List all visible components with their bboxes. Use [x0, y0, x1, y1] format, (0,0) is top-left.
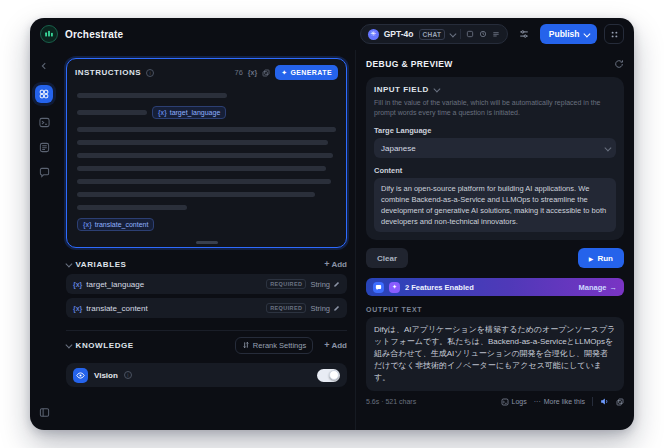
apps-icon [610, 30, 619, 39]
model-provider-icon: ✳ [368, 29, 379, 40]
chevron-down-icon [604, 144, 610, 150]
restart-icon[interactable] [614, 59, 624, 69]
variable-type[interactable]: String [310, 280, 340, 289]
run-button[interactable]: ▶ Run [578, 248, 624, 268]
content-textarea[interactable]: Dify is an open-source platform for buil… [374, 178, 616, 232]
grid-icon [39, 89, 49, 99]
add-label: Add [331, 260, 347, 269]
required-badge: REQUIRED [266, 303, 306, 313]
manage-label: Manage [579, 283, 607, 292]
copy-icon[interactable] [262, 69, 270, 77]
target-language-select[interactable]: Japanese [374, 138, 616, 158]
back-arrow-icon[interactable] [36, 58, 52, 74]
chevron-down-icon [434, 86, 440, 92]
sliders-icon[interactable] [515, 25, 533, 43]
actions-row: Clear ▶ Run [366, 248, 624, 268]
logs-icon [39, 142, 50, 153]
model-mode-badge: CHAT [419, 29, 446, 40]
vision-icon [73, 368, 88, 383]
variable-chip-translate-content[interactable]: {x} translate_content [77, 218, 154, 231]
variable-type[interactable]: String [310, 304, 340, 313]
add-variable-button[interactable]: + Add [324, 260, 347, 269]
toggle-knob [329, 370, 339, 380]
prompt-skeleton-line [77, 127, 336, 132]
chevron-down-icon [450, 30, 456, 36]
arrow-right-icon: → [610, 283, 618, 292]
nav-orchestrate[interactable] [35, 85, 53, 103]
output-stats: 5.6s · 521 chars [366, 398, 416, 405]
clear-button[interactable]: Clear [366, 248, 408, 268]
vision-toggle[interactable] [317, 369, 340, 382]
content-field-label: Content [374, 166, 616, 175]
debug-panel: DEBUG & PREVIEW INPUT FIELD Fill in the … [356, 50, 634, 430]
info-icon: i [146, 69, 154, 77]
apps-menu-button[interactable] [604, 24, 624, 44]
chat-bubble-icon [375, 284, 382, 291]
variable-icon[interactable]: {x} [248, 69, 257, 76]
variable-chip-label: translate_content [95, 221, 149, 228]
debug-title: DEBUG & PREVIEW [366, 59, 453, 69]
rerank-settings-button[interactable]: Rerank Settings [235, 337, 313, 354]
vision-label: Vision [94, 371, 118, 380]
chat-bubble-icon [39, 167, 50, 178]
input-field-description: Fill in the value of the variable, which… [374, 98, 616, 118]
nav-logs[interactable] [36, 139, 52, 155]
features-enabled-bar: ✦ 2 Features Enabled Manage → [366, 278, 624, 296]
copy-icon[interactable] [616, 398, 624, 406]
pill-mini-icon[interactable] [479, 30, 487, 38]
logs-button[interactable]: Logs [501, 398, 527, 406]
prompt-content[interactable]: {x} target_language {x} translate [67, 82, 346, 247]
prompt-skeleton-line [77, 93, 227, 98]
prompt-skeleton-line [77, 179, 331, 184]
variable-icon: {x} [158, 109, 167, 116]
pill-mini-icon[interactable] [492, 30, 500, 38]
knowledge-title: KNOWLEDGE [76, 341, 134, 350]
publish-button[interactable]: Publish [540, 24, 597, 44]
instructions-header: INSTRUCTIONS i 76 {x} ✦ GENERATE [67, 59, 346, 82]
rerank-arrows-icon [242, 341, 250, 349]
input-field-title: INPUT FIELD [374, 85, 429, 94]
vision-feature-row: Vision i [66, 363, 347, 387]
terminal-icon [39, 117, 50, 128]
input-field-header[interactable]: INPUT FIELD [374, 85, 616, 94]
nav-api-terminal[interactable] [36, 114, 52, 130]
pill-mini-icon[interactable] [466, 30, 474, 38]
knowledge-section: KNOWLEDGE Rerank Settings + Add [66, 330, 347, 355]
variable-chip-target-language[interactable]: {x} target_language [152, 106, 226, 119]
resize-handle[interactable] [196, 241, 218, 244]
instructions-title: INSTRUCTIONS [75, 68, 141, 77]
generate-label: GENERATE [290, 69, 332, 76]
ellipsis-icon: ··· [534, 398, 541, 405]
plus-icon: + [324, 260, 329, 269]
more-like-this-button[interactable]: ··· More like this [534, 398, 585, 405]
prompt-skeleton-line [77, 153, 333, 158]
divider [592, 397, 593, 406]
speaker-icon[interactable] [600, 397, 609, 406]
model-selector[interactable]: ✳ GPT-4o CHAT [360, 24, 508, 44]
variable-icon: {x} [73, 281, 82, 288]
prompt-skeleton-line [77, 140, 328, 145]
chevron-down-icon[interactable] [66, 260, 72, 266]
chevron-down-icon[interactable] [66, 341, 72, 347]
edit-pencil-icon [333, 305, 340, 312]
collapse-sidebar-icon[interactable] [36, 404, 52, 420]
knowledge-header: KNOWLEDGE Rerank Settings + Add [66, 335, 347, 355]
add-knowledge-button[interactable]: + Add [324, 341, 347, 350]
nav-annotations[interactable] [36, 164, 52, 180]
variable-icon: {x} [73, 305, 82, 312]
manage-features-link[interactable]: Manage → [579, 283, 617, 292]
variable-row[interactable]: {x} translate_content REQUIRED String [66, 298, 347, 318]
app-logo[interactable] [40, 25, 58, 43]
variable-type-label: String [310, 280, 330, 289]
rerank-label: Rerank Settings [253, 341, 306, 350]
debug-header: DEBUG & PREVIEW [366, 50, 624, 77]
variable-name: target_language [86, 280, 144, 289]
play-icon: ▶ [589, 255, 594, 262]
page-title: Orchestrate [65, 29, 123, 40]
variables-title: VARIABLES [76, 260, 127, 269]
instructions-editor[interactable]: INSTRUCTIONS i 76 {x} ✦ GENERATE [66, 58, 347, 248]
generate-button[interactable]: ✦ GENERATE [275, 65, 338, 80]
plus-icon: + [324, 341, 329, 350]
output-actions: Logs ··· More like this [501, 397, 624, 406]
variable-row[interactable]: {x} target_language REQUIRED String [66, 274, 347, 294]
